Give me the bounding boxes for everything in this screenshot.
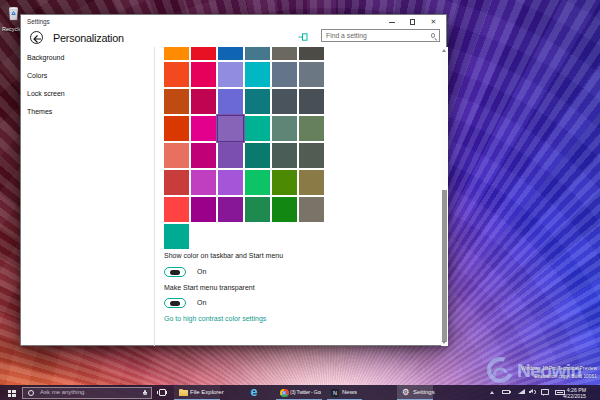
color-swatch[interactable]	[164, 170, 189, 195]
color-swatch[interactable]	[299, 170, 324, 195]
toggle1[interactable]	[164, 267, 186, 277]
color-swatch[interactable]	[272, 197, 297, 222]
news-icon: N	[331, 389, 339, 397]
color-swatch[interactable]	[299, 47, 324, 60]
battery-icon[interactable]	[502, 390, 510, 395]
color-swatch[interactable]	[218, 89, 243, 114]
color-swatch[interactable]	[218, 62, 243, 87]
speaker-icon[interactable]	[529, 389, 536, 395]
neowin-logo	[486, 356, 514, 384]
toggle1-label: Show color on taskbar and Start menu	[164, 252, 283, 259]
color-swatch[interactable]	[299, 197, 324, 222]
taskbar-search-placeholder: Ask me anything	[40, 388, 84, 398]
sidebar-item-background[interactable]: Background	[27, 50, 137, 66]
color-swatch[interactable]	[164, 47, 189, 60]
toggle1-state: On	[197, 267, 227, 277]
color-swatch[interactable]	[191, 116, 216, 141]
settings-label: Settings	[413, 385, 435, 400]
toggle2[interactable]	[164, 298, 186, 308]
back-arrow-icon	[32, 34, 42, 44]
tray-expand-icon[interactable]	[490, 391, 494, 394]
task-view-button[interactable]	[157, 389, 167, 397]
color-swatch[interactable]	[272, 62, 297, 87]
search-icon[interactable]	[431, 33, 436, 38]
file-explorer-label: File Explorer	[190, 385, 224, 400]
color-swatch[interactable]	[218, 197, 243, 222]
scrollbar-up-arrow[interactable]	[442, 49, 446, 52]
color-swatch[interactable]	[218, 116, 243, 141]
color-swatch[interactable]	[272, 47, 297, 60]
back-button[interactable]	[30, 31, 43, 44]
color-swatch[interactable]	[299, 116, 324, 141]
color-swatch[interactable]	[245, 116, 270, 141]
sidebar-item-lock-screen[interactable]: Lock screen	[27, 86, 137, 102]
taskbar-settings[interactable]: ⚙ Settings	[397, 385, 433, 400]
news-label: News	[342, 385, 357, 400]
search-placeholder: Find a setting	[326, 30, 367, 42]
taskbar-search[interactable]: Ask me anything	[22, 387, 152, 399]
sidebar-item-themes[interactable]: Themes	[27, 104, 137, 120]
chrome-icon	[280, 389, 289, 398]
watermark-line1: Windows 10 Pro Technical Preview	[521, 366, 597, 371]
color-swatch[interactable]	[164, 62, 189, 87]
neowin-watermark: Neowin Windows 10 Pro Technical Preview …	[486, 355, 600, 387]
color-swatch[interactable]	[191, 143, 216, 168]
color-swatch[interactable]	[272, 143, 297, 168]
color-swatch[interactable]	[191, 47, 216, 60]
taskbar-file-explorer[interactable]: File Explorer	[174, 385, 220, 400]
color-swatch[interactable]	[299, 62, 324, 87]
color-swatch[interactable]	[164, 143, 189, 168]
watermark-line2: Evaluation copy. Build 10061	[534, 374, 597, 379]
minimize-button[interactable]	[381, 15, 402, 29]
close-button[interactable]: ✕	[423, 15, 444, 29]
color-swatch[interactable]	[245, 62, 270, 87]
color-swatch[interactable]	[218, 170, 243, 195]
sidebar-item-colors[interactable]: Colors	[27, 68, 137, 84]
scrollbar-thumb[interactable]	[442, 190, 448, 342]
color-swatch[interactable]	[164, 197, 189, 222]
network-icon[interactable]	[518, 389, 525, 394]
window-title: Settings	[27, 18, 50, 25]
action-center-icon[interactable]	[541, 389, 549, 395]
color-swatch[interactable]	[191, 62, 216, 87]
color-swatch[interactable]	[245, 143, 270, 168]
desktop: Recycle Bin Neowin Windows 10 Pro Techni…	[0, 0, 600, 400]
find-setting-searchbox[interactable]: Find a setting	[321, 29, 440, 42]
color-swatch[interactable]	[191, 89, 216, 114]
taskbar-news[interactable]: N News	[327, 385, 362, 400]
pin-icon[interactable]	[298, 32, 308, 42]
scrollbar-down-arrow[interactable]	[442, 341, 446, 344]
color-swatch[interactable]	[218, 47, 243, 60]
cortana-icon	[28, 390, 34, 396]
start-button[interactable]	[8, 390, 16, 398]
page-title: Personalization	[53, 32, 124, 44]
microphone-icon[interactable]	[143, 390, 147, 396]
color-swatch[interactable]	[164, 89, 189, 114]
color-swatch[interactable]	[272, 89, 297, 114]
color-swatch[interactable]	[218, 143, 243, 168]
recycle-bin-glyph	[6, 4, 21, 21]
color-swatch[interactable]	[272, 116, 297, 141]
edge-browser-icon[interactable]: e	[244, 385, 264, 400]
color-swatch[interactable]	[191, 197, 216, 222]
color-swatch[interactable]	[245, 197, 270, 222]
folder-icon	[179, 389, 188, 396]
clock-date: 4/22/2015	[558, 393, 586, 399]
color-swatch[interactable]	[164, 116, 189, 141]
color-swatch[interactable]	[245, 47, 270, 60]
color-swatch[interactable]	[245, 89, 270, 114]
high-contrast-link[interactable]: Go to high contrast color settings	[164, 315, 266, 322]
maximize-button[interactable]	[402, 15, 423, 29]
color-swatch[interactable]	[299, 89, 324, 114]
color-swatch[interactable]	[299, 143, 324, 168]
color-swatch[interactable]	[245, 170, 270, 195]
toggle2-label: Make Start menu transparent	[164, 284, 255, 291]
taskbar-clock[interactable]: 4:26 PM 4/22/2015	[558, 387, 586, 399]
color-swatch[interactable]	[191, 170, 216, 195]
color-swatch[interactable]	[164, 224, 189, 249]
taskbar-twitter-chrome[interactable]: (3) Twitter - Google ...	[276, 385, 322, 400]
gear-icon: ⚙	[402, 385, 410, 400]
scrollbar[interactable]	[441, 47, 448, 346]
twitter-label: (3) Twitter - Google ...	[290, 385, 321, 400]
color-swatch[interactable]	[272, 170, 297, 195]
